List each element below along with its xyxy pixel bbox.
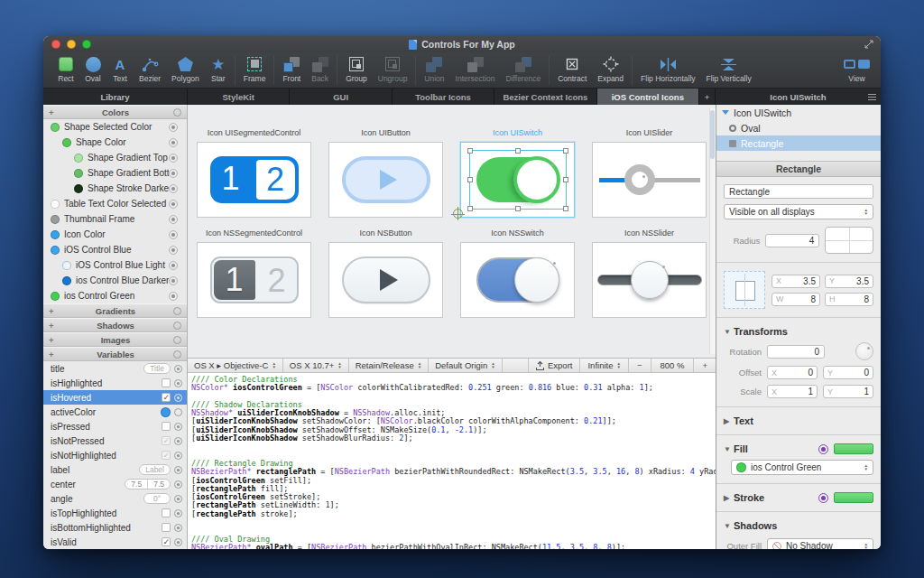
rotation-field[interactable]: 0 [767, 345, 825, 359]
target-icon[interactable] [174, 379, 182, 387]
tab-gui[interactable]: GUI [290, 89, 392, 105]
tab-ios-control-icons[interactable]: iOS Control Icons [597, 89, 699, 105]
card-artboard[interactable] [592, 242, 707, 318]
variable-value-field[interactable]: 0° [143, 493, 171, 504]
variable-checkbox[interactable] [162, 378, 171, 387]
tool-polygon[interactable]: Polygon [166, 55, 205, 83]
variable-value-field[interactable]: Title [143, 363, 171, 374]
tool-intersection[interactable]: Intersection [450, 55, 501, 83]
variable-item-angle[interactable]: angle0° [43, 491, 187, 506]
uislider-shape[interactable] [599, 156, 700, 203]
card-artboard[interactable] [328, 142, 443, 218]
variable-color-dot[interactable] [161, 407, 171, 417]
tool-difference[interactable]: Difference [501, 55, 547, 83]
tool-star[interactable]: ★Star [205, 55, 232, 83]
target-icon[interactable] [174, 394, 182, 402]
color-item-shape-selected-color[interactable]: Shape Selected Color [43, 119, 187, 135]
add-tab-button[interactable]: + [699, 89, 716, 105]
variable-item-isbottomhighlighted[interactable]: isBottomHighlighted [43, 520, 187, 535]
target-icon[interactable] [169, 123, 178, 132]
color-item-shape-gradient-top[interactable]: Shape Gradient Top [43, 150, 187, 165]
tool-union[interactable]: Union [419, 55, 449, 83]
target-icon[interactable] [169, 154, 178, 163]
code-dropdown-os-x-objective-c[interactable]: OS X ▸ Objective-C [188, 359, 283, 372]
variable-item-isnothighlighted[interactable]: isNotHighlighted [43, 448, 187, 462]
section-header-images[interactable]: +Images [43, 332, 187, 347]
target-ring-icon[interactable] [173, 350, 181, 359]
section-header-variables[interactable]: +Variables [43, 347, 187, 361]
outer-fill-dropdown[interactable]: No Shadow [767, 538, 873, 549]
variable-checkbox[interactable] [162, 523, 171, 532]
card-artboard[interactable] [592, 142, 707, 218]
color-item-ios-control-blue[interactable]: iOS Control Blue [43, 242, 187, 257]
variable-checkbox[interactable] [162, 422, 171, 431]
rotation-knob[interactable] [855, 342, 873, 360]
fill-target-icon[interactable] [818, 444, 828, 454]
tab-toolbar-icons[interactable]: Toolbar Icons [393, 89, 494, 105]
offset-x-field[interactable]: X0 [767, 366, 818, 379]
color-item-ios-control-green[interactable]: ios Control Green [43, 288, 187, 303]
tool-frame[interactable]: Frame [238, 55, 272, 83]
canvas-card-uislider[interactable]: Icon UISlider [592, 128, 707, 218]
target-icon[interactable] [174, 538, 182, 546]
selection-handle[interactable] [563, 206, 568, 211]
add-images-icon[interactable]: + [49, 335, 58, 345]
variable-checkbox[interactable] [162, 436, 171, 445]
target-icon[interactable] [174, 452, 182, 460]
variable-checkbox[interactable] [162, 451, 171, 460]
variable-item-title[interactable]: titleTitle [43, 361, 187, 376]
selection-handle[interactable] [467, 148, 473, 154]
selection-handle[interactable] [563, 177, 568, 182]
uiswitch-shape[interactable] [476, 157, 559, 202]
target-icon[interactable] [174, 480, 182, 489]
tab-stylekit[interactable]: StyleKit [188, 89, 290, 105]
color-item-table-text-color-selected[interactable]: Table Text Color Selected [43, 196, 187, 211]
target-icon[interactable] [169, 184, 178, 193]
scale-y-field[interactable]: Y1 [823, 385, 873, 398]
card-artboard[interactable]: 12 [197, 142, 311, 218]
canvas-card-uibutton[interactable]: Icon UIButton [328, 128, 443, 218]
nsbutton-shape[interactable] [342, 256, 430, 303]
nsswitch-shape[interactable] [476, 257, 559, 303]
visibility-dropdown[interactable]: Visible on all displays [724, 204, 873, 219]
target-ring-icon[interactable] [173, 307, 181, 315]
tool-text[interactable]: AText [106, 55, 134, 83]
card-artboard[interactable] [460, 142, 575, 218]
close-button[interactable] [51, 40, 60, 49]
layer-rectangle[interactable]: Rectangle [716, 135, 881, 151]
target-icon[interactable] [174, 408, 182, 416]
tool-bezier[interactable]: Bezier [134, 55, 166, 83]
color-item-shape-stroke-darker[interactable]: Shape Stroke Darker [43, 181, 187, 196]
transforms-section-header[interactable]: ▼ Transforms [724, 326, 873, 337]
canvas-card-uiswitch[interactable]: Icon UISwitch [460, 128, 575, 218]
card-artboard[interactable]: 12 [197, 242, 311, 318]
target-icon[interactable] [174, 495, 182, 503]
tool-flip-vertically[interactable]: Flip Vertically [701, 55, 757, 83]
color-item-shape-color[interactable]: Shape Color [43, 135, 187, 150]
y-field[interactable]: Y3.5 [825, 275, 873, 288]
add-colors-icon[interactable]: + [49, 107, 58, 117]
color-item-ios-control-blue-darker[interactable]: ios Control Blue Darker [43, 273, 187, 288]
height-field[interactable]: H8 [825, 293, 873, 306]
tool-rect[interactable]: Rect [52, 55, 79, 83]
card-artboard[interactable] [328, 242, 443, 318]
canvas[interactable]: Icon UISegmentedControl12Icon UIButtonIc… [188, 105, 716, 358]
code-dropdown-os-x-10-7-[interactable]: OS X 10.7+ [283, 359, 349, 372]
add-variables-icon[interactable]: + [49, 350, 58, 359]
tab-bezier-context-icons[interactable]: Bezier Context Icons [494, 89, 596, 105]
scale-x-field[interactable]: X1 [767, 385, 818, 398]
fill-color-dropdown[interactable]: ios Control Green [731, 460, 873, 475]
uisegmentedcontrol-shape[interactable]: 12 [210, 156, 299, 203]
tool-contract[interactable]: Contract [552, 55, 592, 83]
code-view[interactable]: //// Color DeclarationsNSColor* iosContr… [188, 373, 716, 549]
shape-name-field[interactable]: Rectangle [724, 184, 873, 199]
variable-item-ispressed[interactable]: isPressed [43, 419, 187, 434]
target-icon[interactable] [169, 215, 178, 224]
fullscreen-icon[interactable] [864, 40, 873, 49]
variable-item-istophighlighted[interactable]: isTopHighlighted [43, 506, 187, 520]
target-icon[interactable] [174, 509, 182, 517]
target-ring-icon[interactable] [173, 108, 181, 117]
target-icon[interactable] [169, 230, 178, 239]
tool-front[interactable]: Front [277, 55, 306, 83]
variable-checkbox[interactable] [162, 393, 171, 402]
